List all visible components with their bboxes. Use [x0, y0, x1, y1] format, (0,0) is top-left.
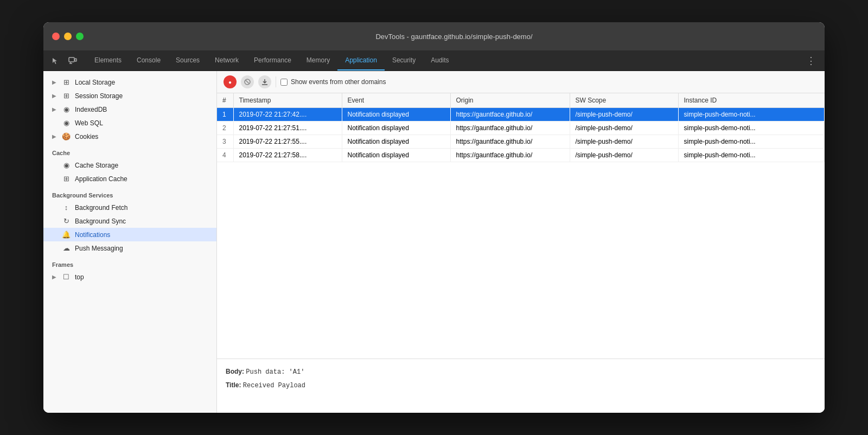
stop-button[interactable] — [241, 75, 254, 88]
other-domains-checkbox-label[interactable]: Show events from other domains — [280, 78, 386, 86]
cell-scope: /simple-push-demo/ — [570, 108, 678, 121]
cell-event: Notification displayed — [342, 108, 450, 121]
sidebar-item-top[interactable]: ▶ ☐ top — [43, 270, 216, 284]
titlebar: DevTools - gauntface.github.io/simple-pu… — [43, 22, 825, 50]
cookies-icon: 🍪 — [62, 132, 71, 140]
detail-title-line: Title: Received Payload — [226, 380, 816, 391]
cell-instance: simple-push-demo-noti... — [678, 121, 825, 135]
application-cache-icon: ⊞ — [62, 175, 71, 183]
cell-scope: /simple-push-demo/ — [570, 149, 678, 162]
cell-num: 3 — [217, 135, 233, 149]
col-header-hash: # — [217, 93, 233, 108]
sidebar-item-local-storage[interactable]: ▶ ⊞ Local Storage — [43, 75, 216, 89]
background-sync-icon: ↻ — [62, 217, 71, 225]
web-sql-icon: ◉ — [62, 119, 71, 127]
tabs-bar: Elements Console Sources Network Perform… — [43, 50, 825, 71]
toolbar: ● Show events fr — [217, 71, 825, 93]
sidebar-item-application-cache[interactable]: ▶ ⊞ Application Cache — [43, 172, 216, 185]
cell-timestamp: 2019-07-22 21:27:42.... — [233, 108, 342, 121]
window-title: DevTools - gauntface.github.io/simple-pu… — [92, 33, 816, 41]
table-row[interactable]: 3 2019-07-22 21:27:55.... Notification d… — [217, 135, 825, 149]
cell-timestamp: 2019-07-22 21:27:51.... — [233, 121, 342, 135]
sidebar-item-indexeddb[interactable]: ▶ ◉ IndexedDB — [43, 103, 216, 116]
tab-elements[interactable]: Elements — [87, 50, 129, 71]
table-row[interactable]: 1 2019-07-22 21:27:42.... Notification d… — [217, 108, 825, 121]
sidebar-item-session-storage[interactable]: ▶ ⊞ Session Storage — [43, 89, 216, 103]
svg-line-5 — [246, 80, 249, 84]
tab-performance[interactable]: Performance — [246, 50, 299, 71]
expand-arrow-icon: ▶ — [52, 133, 56, 139]
devtools-window: DevTools - gauntface.github.io/simple-pu… — [43, 22, 825, 413]
tab-console[interactable]: Console — [129, 50, 168, 71]
notifications-icon: 🔔 — [62, 231, 71, 239]
cell-timestamp: 2019-07-22 21:27:55.... — [233, 135, 342, 149]
sidebar-item-cookies[interactable]: ▶ 🍪 Cookies — [43, 130, 216, 143]
sidebar-item-notifications[interactable]: ▶ 🔔 Notifications — [43, 228, 216, 241]
expand-arrow-icon: ▶ — [52, 106, 56, 112]
tab-icons — [48, 50, 80, 71]
frame-icon: ☐ — [62, 273, 71, 281]
svg-rect-0 — [69, 57, 74, 62]
more-tabs-button[interactable]: ⋮ — [802, 50, 820, 71]
col-header-scope: SW Scope — [570, 93, 678, 108]
detail-body-label: Body: — [226, 368, 244, 375]
device-icon[interactable] — [65, 53, 80, 68]
col-header-origin: Origin — [450, 93, 570, 108]
expand-arrow-icon: ▶ — [52, 93, 56, 99]
col-header-event: Event — [342, 93, 450, 108]
cell-instance: simple-push-demo-noti... — [678, 135, 825, 149]
tab-sources[interactable]: Sources — [168, 50, 207, 71]
other-domains-checkbox[interactable] — [280, 79, 288, 86]
tab-application[interactable]: Application — [337, 50, 385, 71]
cell-num: 4 — [217, 149, 233, 162]
traffic-lights — [52, 33, 84, 40]
record-button[interactable]: ● — [224, 75, 237, 88]
events-table: # Timestamp Event Origin SW Scope Instan… — [217, 93, 825, 162]
sidebar-item-cache-storage[interactable]: ▶ ◉ Cache Storage — [43, 158, 216, 172]
sidebar-item-push-messaging[interactable]: ▶ ☁ Push Messaging — [43, 241, 216, 255]
background-section-label: Background Services — [43, 185, 216, 201]
close-button[interactable] — [52, 33, 60, 40]
cell-origin: https://gauntface.github.io/ — [450, 121, 570, 135]
detail-body-value: Push data: 'A1' — [246, 368, 304, 376]
minimize-button[interactable] — [64, 33, 72, 40]
cursor-icon[interactable] — [48, 53, 63, 68]
cell-origin: https://gauntface.github.io/ — [450, 135, 570, 149]
table-body: 1 2019-07-22 21:27:42.... Notification d… — [217, 108, 825, 162]
tab-memory[interactable]: Memory — [299, 50, 337, 71]
detail-title-label: Title: — [226, 381, 241, 389]
expand-arrow-icon: ▶ — [52, 79, 56, 85]
cache-section-label: Cache — [43, 143, 216, 158]
indexeddb-icon: ◉ — [62, 105, 71, 113]
push-messaging-icon: ☁ — [62, 244, 71, 252]
cell-num: 2 — [217, 121, 233, 135]
download-button[interactable] — [258, 75, 271, 88]
cell-event: Notification displayed — [342, 121, 450, 135]
cell-scope: /simple-push-demo/ — [570, 121, 678, 135]
tab-security[interactable]: Security — [385, 50, 423, 71]
tab-network[interactable]: Network — [207, 50, 246, 71]
detail-panel: Body: Push data: 'A1' Title: Received Pa… — [217, 359, 825, 413]
cell-timestamp: 2019-07-22 21:27:58.... — [233, 149, 342, 162]
sidebar-item-background-sync[interactable]: ▶ ↻ Background Sync — [43, 214, 216, 228]
tab-audits[interactable]: Audits — [423, 50, 456, 71]
table-container: # Timestamp Event Origin SW Scope Instan… — [217, 93, 825, 359]
maximize-button[interactable] — [76, 33, 84, 40]
local-storage-icon: ⊞ — [62, 78, 71, 86]
cell-event: Notification displayed — [342, 149, 450, 162]
sidebar-item-web-sql[interactable]: ▶ ◉ Web SQL — [43, 116, 216, 130]
cell-origin: https://gauntface.github.io/ — [450, 149, 570, 162]
svg-rect-1 — [75, 59, 76, 61]
cell-event: Notification displayed — [342, 135, 450, 149]
main-content: ▶ ⊞ Local Storage ▶ ⊞ Session Storage ▶ … — [43, 71, 825, 413]
table-header-row: # Timestamp Event Origin SW Scope Instan… — [217, 93, 825, 108]
sidebar-item-background-fetch[interactable]: ▶ ↕ Background Fetch — [43, 201, 216, 214]
toolbar-divider — [276, 76, 276, 87]
background-fetch-icon: ↕ — [62, 203, 71, 212]
session-storage-icon: ⊞ — [62, 92, 71, 100]
cell-scope: /simple-push-demo/ — [570, 135, 678, 149]
table-row[interactable]: 4 2019-07-22 21:27:58.... Notification d… — [217, 149, 825, 162]
table-row[interactable]: 2 2019-07-22 21:27:51.... Notification d… — [217, 121, 825, 135]
col-header-timestamp: Timestamp — [233, 93, 342, 108]
cache-storage-icon: ◉ — [62, 161, 71, 169]
